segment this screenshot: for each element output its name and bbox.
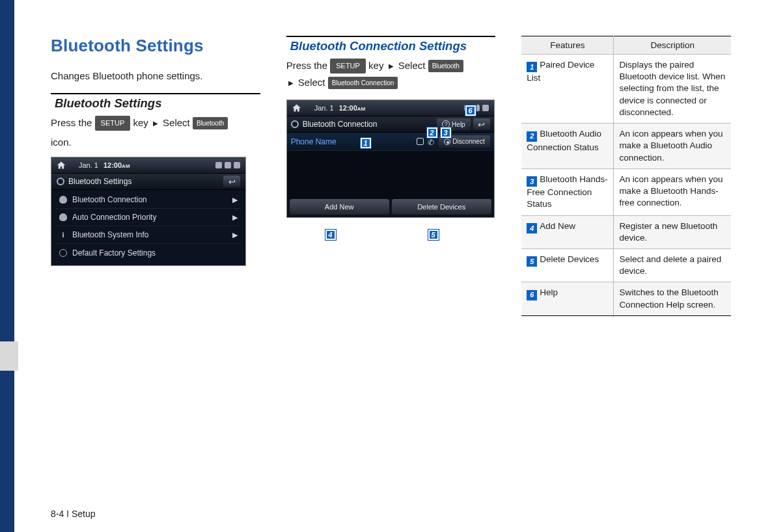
intro-text: Changes Bluetooth phone settings. — [51, 70, 260, 81]
instr-text: icon. — [51, 134, 260, 151]
list-item[interactable]: Auto Connection Priority ▶ — [55, 209, 241, 226]
feature-cell: 6Help — [521, 282, 614, 315]
table-row: 1Paired Device ListDisplays the paired B… — [521, 55, 731, 124]
instr-text: Select — [163, 117, 190, 128]
status-date: Jan. 1 — [79, 161, 98, 169]
device-list-body — [287, 151, 494, 199]
feature-name: Bluetooth Hands-Free Connection Status — [527, 174, 607, 209]
screen-header-title: Bluetooth Settings — [68, 177, 131, 186]
callout-badge: 3 — [527, 176, 537, 187]
callout-badge: 2 — [527, 131, 537, 142]
feature-cell: 1Paired Device List — [521, 55, 614, 124]
table-row: 2Bluetooth Audio Connection StatusAn ico… — [521, 124, 731, 169]
home-icon — [292, 103, 301, 113]
instr-text: Press the — [51, 117, 92, 128]
page-title: Bluetooth Settings — [51, 36, 260, 56]
feature-cell: 3Bluetooth Hands-Free Connection Status — [521, 168, 614, 215]
callout-2: 2 — [427, 127, 437, 138]
status-bar: Jan. 1 12:00AM — [287, 100, 494, 116]
screen-header-title: Bluetooth Connection — [303, 120, 378, 129]
list-item[interactable]: Bluetooth Connection ▶ — [55, 191, 241, 209]
music-icon — [417, 138, 424, 145]
features-table: Features Description 1Paired Device List… — [521, 36, 731, 316]
back-button[interactable]: ↩ — [223, 176, 240, 187]
add-new-button[interactable]: Add New — [290, 199, 389, 215]
subheading-bt-conn: Bluetooth Connection Settings — [286, 36, 496, 55]
description-cell: Register a new Bluetooth device. — [614, 215, 731, 248]
th-features: Features — [521, 36, 614, 55]
contact-icon — [59, 213, 67, 221]
list-item[interactable]: Default Factory Settings — [55, 244, 241, 261]
info-icon: i — [59, 231, 67, 239]
list-item-label: Bluetooth Connection — [72, 195, 147, 204]
feature-cell: 5Delete Devices — [521, 249, 614, 282]
callout-6: 6 — [465, 105, 476, 116]
feature-cell: 2Bluetooth Audio Connection Status — [521, 124, 614, 169]
screen-header: Bluetooth Settings ↩ — [51, 173, 245, 190]
back-button[interactable]: ↩ — [473, 118, 490, 130]
arrow-icon: ▶ — [153, 118, 158, 129]
table-row: 6HelpSwitches to the Bluetooth Connectio… — [521, 282, 731, 315]
feature-name: Bluetooth Audio Connection Status — [527, 129, 601, 152]
bt-icon — [482, 105, 489, 111]
feature-name: Delete Devices — [540, 254, 599, 264]
side-tab — [0, 0, 18, 532]
th-description: Description — [614, 36, 731, 55]
callout-badge: 6 — [527, 290, 537, 300]
list-item-label: Default Factory Settings — [72, 248, 156, 258]
list-item-label: Bluetooth System Info — [72, 230, 148, 239]
table-row: 3Bluetooth Hands-Free Connection StatusA… — [521, 168, 731, 215]
gear-icon — [57, 178, 64, 185]
feature-cell: 4Add New — [521, 215, 614, 248]
settings-list: Bluetooth Connection ▶ Auto Connection P… — [51, 190, 245, 265]
instr-text: Select — [298, 77, 325, 88]
screen-header: Bluetooth Connection ? Help ↩ — [287, 116, 494, 133]
setup-key-label: SETUP — [95, 116, 131, 131]
arrow-icon: ▶ — [389, 60, 394, 72]
arrow-icon: ▶ — [288, 77, 294, 88]
bluetooth-key-label: Bluetooth — [428, 60, 463, 72]
status-date: Jan. 1 — [314, 104, 334, 112]
column-2: Bluetooth Connection Settings Press the … — [286, 36, 496, 532]
phone-name-label: Phone Name — [291, 137, 337, 146]
bt-connection-key-label: Bluetooth Connection — [328, 77, 398, 89]
chevron-right-icon: ▶ — [232, 213, 238, 222]
contact-icon — [59, 196, 67, 204]
status-icons — [215, 162, 240, 168]
column-1: Bluetooth Settings Changes Bluetooth pho… — [51, 36, 260, 532]
page-footer: 8-4 I Setup — [51, 509, 96, 519]
feature-name: Help — [540, 287, 558, 297]
callout-badge: 4 — [527, 223, 537, 233]
table-header-row: Features Description — [521, 36, 731, 55]
delete-devices-button[interactable]: Delete Devices — [392, 199, 491, 215]
callout-5: 5 — [428, 230, 439, 240]
instr-text: Press the — [286, 60, 327, 71]
list-item[interactable]: i Bluetooth System Info ▶ — [55, 226, 241, 244]
status-bar: Jan. 1 12:00AM — [51, 157, 245, 173]
callout-badge: 1 — [527, 62, 537, 72]
status-time: 12:00AM — [339, 104, 366, 112]
screenshot-bt-connection: Jan. 1 12:00AM Bluetooth Connection ? He… — [286, 100, 495, 218]
description-cell: An icon appears when you make a Bluetoot… — [614, 124, 731, 169]
list-item-label: Auto Connection Priority — [72, 213, 156, 222]
callout-badge: 5 — [527, 256, 537, 267]
setup-key-label: SETUP — [330, 59, 366, 73]
bottom-buttons: Add New Delete Devices — [287, 199, 494, 217]
bt-icon — [234, 162, 240, 168]
callout-3: 3 — [441, 127, 451, 138]
instr-text: key — [133, 117, 148, 128]
column-3: Features Description 1Paired Device List… — [521, 36, 731, 532]
status-time: 12:00AM — [103, 161, 130, 169]
gear-icon — [59, 249, 67, 257]
signal-icon — [215, 162, 222, 168]
chevron-right-icon: ▶ — [232, 196, 238, 204]
content: Bluetooth Settings Changes Bluetooth pho… — [18, 0, 757, 532]
device-row[interactable]: Phone Name ✆ Disconnect — [287, 133, 494, 151]
instruction-1: Press the SETUP key ▶ Select Bluetooth i… — [51, 114, 260, 150]
description-cell: Displays the paired Bluetooth device lis… — [614, 55, 731, 124]
instruction-2: Press the SETUP key ▶ Select Bluetooth ▶… — [286, 57, 496, 90]
table-row: 4Add NewRegister a new Bluetooth device. — [521, 215, 731, 248]
description-cell: Select and delete a paired device. — [614, 249, 731, 282]
phone-icon: ✆ — [428, 138, 435, 145]
instr-text: Select — [398, 60, 426, 71]
